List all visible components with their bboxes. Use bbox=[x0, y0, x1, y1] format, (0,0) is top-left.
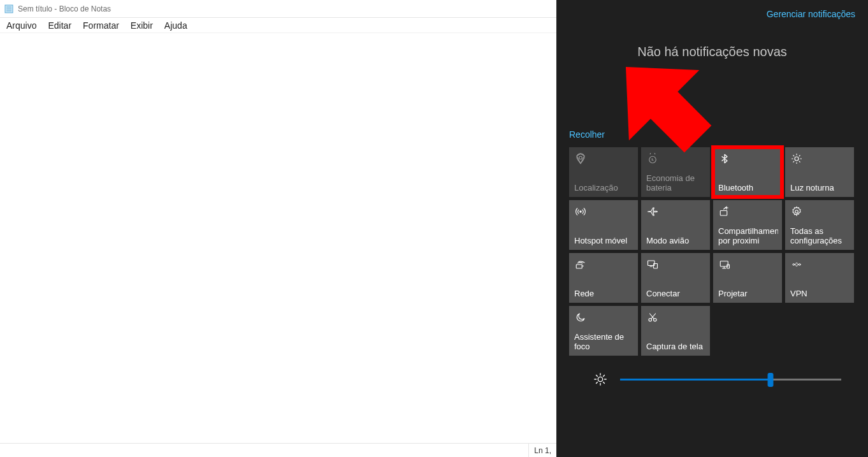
tile-label: Hotspot móvel bbox=[574, 236, 634, 246]
menu-format[interactable]: Formatar bbox=[83, 20, 119, 31]
svg-point-5 bbox=[649, 156, 656, 163]
airplane-icon bbox=[646, 205, 659, 218]
settings-icon bbox=[790, 205, 803, 218]
svg-point-15 bbox=[580, 211, 581, 212]
status-cursor: Ln 1, bbox=[528, 444, 556, 457]
menu-view[interactable]: Exibir bbox=[131, 20, 153, 31]
menu-help[interactable]: Ajuda bbox=[164, 20, 187, 31]
notepad-icon bbox=[4, 4, 14, 14]
tile-battery[interactable]: Economia de bateria bbox=[641, 147, 710, 197]
tile-label: Localização bbox=[574, 184, 634, 193]
nightlight-icon bbox=[790, 152, 803, 165]
tile-vpn[interactable]: VPN bbox=[785, 253, 854, 303]
svg-line-12 bbox=[799, 161, 800, 162]
tile-nearby[interactable]: Compartilhamento por proximi bbox=[713, 200, 782, 250]
svg-line-39 bbox=[604, 375, 605, 376]
tile-label: Conectar bbox=[646, 289, 706, 299]
tile-label: Economia de bateria bbox=[646, 174, 706, 193]
svg-line-37 bbox=[604, 382, 605, 384]
connect-icon bbox=[646, 258, 659, 271]
tile-label: Todas as configurações bbox=[790, 227, 850, 246]
svg-point-17 bbox=[795, 210, 799, 214]
tile-settings[interactable]: Todas as configurações bbox=[785, 200, 854, 250]
tile-network[interactable]: Rede bbox=[569, 253, 638, 303]
brightness-control bbox=[569, 372, 855, 386]
project-icon bbox=[718, 258, 731, 271]
svg-line-11 bbox=[793, 156, 794, 156]
svg-rect-21 bbox=[654, 264, 658, 269]
menubar: Arquivo Editar Formatar Exibir Ajuda bbox=[0, 18, 556, 33]
collapse-link[interactable]: Recolher bbox=[569, 129, 855, 140]
window-title: Sem título - Bloco de Notas bbox=[18, 4, 111, 13]
tile-nightlight[interactable]: Luz noturna bbox=[785, 147, 854, 197]
svg-line-13 bbox=[793, 161, 794, 162]
no-notifications-message: Não há notificações novas bbox=[569, 45, 855, 59]
menu-file[interactable]: Arquivo bbox=[6, 20, 36, 31]
network-icon bbox=[574, 258, 587, 271]
tile-label: Bluetooth bbox=[718, 184, 778, 193]
svg-rect-18 bbox=[576, 265, 582, 268]
tile-label: Assistente de foco bbox=[574, 333, 634, 352]
svg-point-31 bbox=[598, 377, 602, 381]
tile-label: Captura de tela bbox=[646, 342, 706, 352]
tile-airplane[interactable]: Modo avião bbox=[641, 200, 710, 250]
snip-icon bbox=[646, 311, 659, 324]
hotspot-icon bbox=[574, 205, 587, 218]
tile-label: Compartilhamento por proximi bbox=[718, 227, 778, 246]
svg-point-4 bbox=[579, 156, 582, 159]
tile-label: Modo avião bbox=[646, 236, 706, 246]
action-center-panel: Gerenciar notificações Não há notificaçõ… bbox=[556, 0, 868, 457]
svg-line-38 bbox=[596, 382, 597, 384]
tile-hotspot[interactable]: Hotspot móvel bbox=[569, 200, 638, 250]
quick-action-tiles: LocalizaçãoEconomia de bateriaBluetoothL… bbox=[569, 147, 855, 356]
svg-line-36 bbox=[596, 375, 597, 376]
tile-label: Rede bbox=[574, 289, 634, 299]
svg-line-14 bbox=[799, 156, 800, 156]
tile-bluetooth[interactable]: Bluetooth bbox=[713, 147, 782, 197]
nearby-icon bbox=[718, 205, 731, 218]
tile-connect[interactable]: Conectar bbox=[641, 253, 710, 303]
menu-edit[interactable]: Editar bbox=[48, 20, 71, 31]
battery-icon bbox=[646, 152, 659, 165]
location-icon bbox=[574, 152, 587, 165]
brightness-icon bbox=[593, 372, 607, 386]
brightness-slider-thumb[interactable] bbox=[767, 373, 773, 387]
tile-snip[interactable]: Captura de tela bbox=[641, 306, 710, 356]
brightness-slider[interactable] bbox=[620, 379, 841, 381]
notepad-window: Sem título - Bloco de Notas Arquivo Edit… bbox=[0, 0, 556, 457]
svg-rect-16 bbox=[720, 211, 727, 216]
bluetooth-icon bbox=[718, 152, 731, 165]
focus-icon bbox=[574, 311, 587, 324]
tile-focus[interactable]: Assistente de foco bbox=[569, 306, 638, 356]
tile-location[interactable]: Localização bbox=[569, 147, 638, 197]
vpn-icon bbox=[790, 258, 803, 271]
manage-notifications-link[interactable]: Gerenciar notificações bbox=[767, 9, 855, 19]
tile-label: Projetar bbox=[718, 289, 778, 299]
svg-point-6 bbox=[795, 157, 799, 161]
tile-project[interactable]: Projetar bbox=[713, 253, 782, 303]
titlebar[interactable]: Sem título - Bloco de Notas bbox=[0, 0, 556, 18]
tile-label: Luz noturna bbox=[790, 184, 850, 193]
tile-label: VPN bbox=[790, 289, 850, 299]
statusbar: Ln 1, bbox=[0, 443, 556, 457]
text-editor[interactable] bbox=[0, 33, 556, 443]
